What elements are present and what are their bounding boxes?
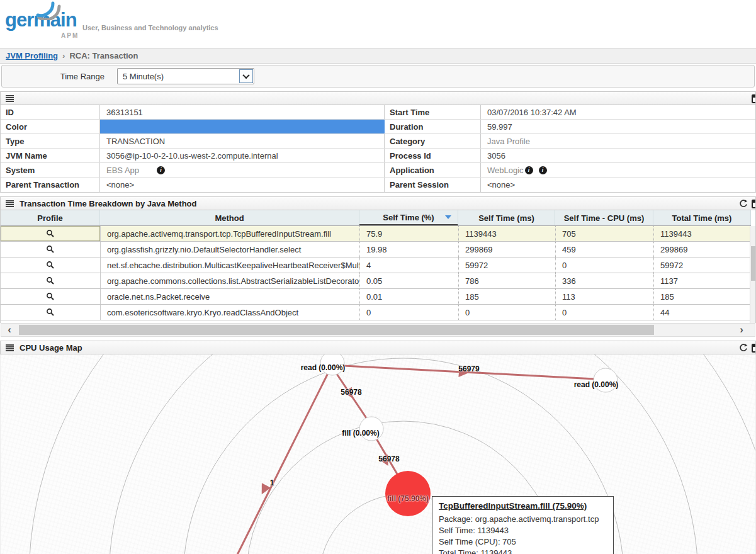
total-ms-cell: 1137 (653, 273, 751, 288)
detail-value-type: TRANSACTION (100, 134, 385, 148)
detail-label: Category (385, 134, 481, 148)
self-ms-cell: 59972 (458, 257, 555, 273)
edge-label: 1 (270, 478, 274, 487)
info-icon[interactable]: i (539, 166, 547, 174)
node-fill-hot[interactable] (385, 471, 431, 516)
info-icon[interactable]: i (525, 166, 533, 174)
time-range-label: Time Range (2, 72, 104, 81)
details-panel-header (0, 91, 756, 105)
breadcrumb: JVM Profiling › RCA: Transaction (0, 48, 756, 64)
table-row: Parent Transaction <none> Parent Session… (1, 178, 755, 192)
column-header-self-cpu[interactable]: Self Time - CPU (ms) (555, 210, 653, 225)
cpu-usage-map[interactable]: read (0.00%) 56978 fill (0.00%) 56978 56… (0, 354, 756, 554)
self-ms-cell: 299869 (458, 242, 555, 257)
column-header-profile[interactable]: Profile (1, 210, 100, 225)
brand-tagline: User, Business and Technology analytics (82, 24, 218, 31)
profile-magnifier-button[interactable] (1, 273, 100, 288)
self-pct-cell: 0.05 (359, 273, 458, 288)
detail-value-jvm-name: 3056@ip-10-0-2-10.us-west-2.compute.inte… (100, 149, 385, 162)
detail-value-id: 36313151 (100, 105, 385, 119)
table-row[interactable]: org.apache.activemq.transport.tcp.TcpBuf… (1, 226, 751, 242)
profile-magnifier-button[interactable] (1, 289, 100, 304)
system-link[interactable]: EBS App (106, 166, 139, 175)
tooltip-title: TcpBufferedInputStream.fill (75.90%) (439, 501, 607, 511)
app-header: germain APM User, Business and Technolog… (0, 0, 756, 48)
detail-label: Application (385, 163, 481, 177)
method-cell: org.apache.activemq.transport.tcp.TcpBuf… (100, 226, 359, 241)
self-cpu-cell: 0 (555, 257, 653, 273)
breakdown-table: Profile Method Self Time (%) Self Time (… (0, 210, 756, 323)
panel-action-icon[interactable] (752, 200, 756, 208)
magnifier-icon (46, 292, 55, 301)
detail-value-parent-session: <none> (481, 178, 756, 192)
chevron-down-icon (242, 72, 249, 79)
self-cpu-cell: 0 (555, 305, 653, 320)
detail-value-parent-transaction: <none> (100, 178, 385, 192)
time-range-select[interactable]: 5 Minute(s) (117, 68, 254, 84)
self-pct-cell: 19.98 (359, 242, 458, 257)
application-link[interactable]: WebLogic (487, 166, 524, 175)
breakdown-title: Transaction Time Breakdown by Java Metho… (20, 199, 197, 208)
refresh-icon[interactable] (739, 200, 748, 208)
detail-value-duration: 59.997 (481, 120, 756, 133)
total-ms-cell: 59972 (653, 257, 751, 273)
detail-value-system: EBS App i (100, 163, 385, 177)
time-range-bar: Time Range 5 Minute(s) (1, 65, 755, 88)
info-icon[interactable]: i (157, 166, 165, 174)
table-row[interactable]: org.apache.commons.collections.list.Abst… (1, 273, 751, 289)
edge-label: 56978 (378, 455, 399, 463)
detail-label: System (1, 163, 100, 177)
panel-action-icon[interactable] (752, 94, 756, 103)
vertical-scrollbar-thumb[interactable] (751, 246, 755, 281)
breadcrumb-separator-icon: › (62, 51, 65, 60)
profile-magnifier-button[interactable] (1, 242, 100, 257)
breakdown-panel-header: Transaction Time Breakdown by Java Metho… (0, 196, 756, 210)
detail-value-category[interactable]: Java Profile (481, 134, 756, 148)
column-header-self-pct[interactable]: Self Time (%) (359, 210, 458, 225)
node-label: read (0.00%) (301, 363, 346, 372)
profile-magnifier-button[interactable] (1, 305, 100, 320)
method-cell: com.esotericsoftware.kryo.Kryo.readClass… (100, 305, 359, 320)
profile-magnifier-button[interactable] (1, 226, 100, 241)
magnifier-icon (46, 276, 55, 285)
column-header-label: Self Time (%) (383, 213, 434, 222)
horizontal-scrollbar-thumb[interactable] (19, 325, 654, 335)
total-ms-cell: 299869 (653, 242, 751, 257)
horizontal-scrollbar[interactable]: ‹ › (1, 323, 755, 337)
node-tooltip: TcpBufferedInputStream.fill (75.90%) Pac… (432, 496, 614, 554)
select-arrow-box[interactable] (239, 69, 253, 83)
scroll-right-button[interactable]: › (733, 324, 750, 336)
detail-label: Color (1, 120, 100, 133)
refresh-icon[interactable] (739, 344, 748, 353)
tooltip-total-time: Total Time: 1139443 (439, 548, 607, 554)
table-row[interactable]: com.esotericsoftware.kryo.Kryo.readClass… (1, 305, 751, 320)
column-header-self-ms[interactable]: Self Time (ms) (458, 210, 555, 225)
self-cpu-cell: 113 (555, 289, 653, 304)
self-pct-cell: 0.01 (359, 289, 458, 304)
profile-magnifier-button[interactable] (1, 257, 100, 273)
column-header-total-ms[interactable]: Total Time (ms) (653, 210, 751, 225)
table-row[interactable]: org.glassfish.grizzly.nio.DefaultSelecto… (1, 242, 751, 257)
table-row: Type TRANSACTION Category Java Profile (1, 134, 755, 149)
tooltip-self-time: Self Time: 1139443 (439, 525, 607, 536)
breadcrumb-link-jvm-profiling[interactable]: JVM Profiling (6, 51, 58, 60)
menu-icon[interactable] (6, 95, 14, 102)
node-label: read (0.00%) (574, 380, 619, 389)
detail-value-process-id: 3056 (481, 149, 756, 162)
vertical-scrollbar[interactable] (750, 226, 755, 323)
self-cpu-cell: 705 (555, 226, 653, 241)
detail-label: Start Time (385, 105, 481, 119)
column-header-method[interactable]: Method (100, 210, 359, 225)
menu-icon[interactable] (6, 200, 14, 207)
node-label: fill (0.00%) (342, 429, 379, 438)
menu-icon[interactable] (6, 344, 14, 351)
table-row[interactable]: net.sf.ehcache.distribution.MulticastKee… (1, 257, 751, 273)
scroll-left-button[interactable]: ‹ (1, 324, 18, 336)
magnifier-icon (46, 245, 55, 254)
table-row[interactable]: oracle.net.ns.Packet.receive 0.01 185 11… (1, 289, 751, 305)
panel-action-icon[interactable] (752, 344, 756, 353)
detail-value-color (100, 120, 385, 133)
detail-label: JVM Name (1, 149, 100, 162)
detail-label: Process Id (385, 149, 481, 162)
self-pct-cell: 75.9 (359, 226, 458, 241)
